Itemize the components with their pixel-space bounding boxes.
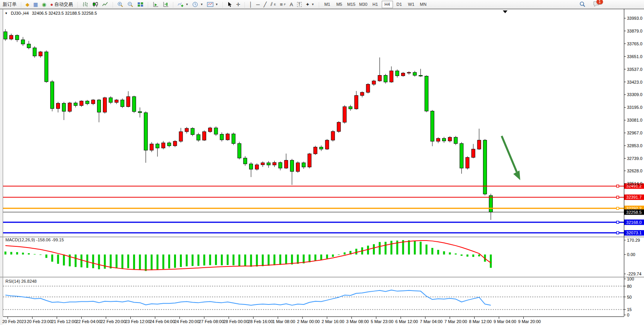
macd-histogram-bar <box>244 254 246 267</box>
timeframe-m30[interactable]: M30 <box>358 1 369 8</box>
clock-icon <box>192 2 198 7</box>
auto-scroll-icon <box>152 2 159 7</box>
autotrade-button[interactable]: ● 自动交易 <box>48 1 75 8</box>
macd-histogram-bar <box>309 254 311 262</box>
zoom-out-button[interactable] <box>125 1 135 8</box>
arrows-tool-button[interactable]: ✦▼ <box>304 1 316 8</box>
trendline-tool-button[interactable]: ╱ <box>262 1 269 8</box>
bar-chart-button[interactable] <box>80 1 90 8</box>
macd-histogram-bar <box>431 248 433 254</box>
macd-histogram-bar <box>326 254 328 258</box>
candle <box>273 163 276 165</box>
price-tick-label: 33537.0 <box>627 67 642 72</box>
crosshair-tool-button[interactable]: ✛ <box>234 1 242 8</box>
candle <box>471 149 475 157</box>
text-label-tool-button[interactable]: T <box>295 1 304 8</box>
timeframe-h1[interactable]: H1 <box>370 1 381 8</box>
add-indicator-button[interactable]: ▼ <box>176 1 191 8</box>
macd-histogram-bar <box>314 254 316 261</box>
chart-shift-button[interactable] <box>161 1 171 8</box>
timeframe-d1[interactable]: D1 <box>394 1 405 8</box>
candle <box>425 76 428 111</box>
chat-button[interactable]: 1 <box>593 1 600 8</box>
chart-ohlc-values: 32406.5 32423.5 32188.5 32258.5 <box>32 11 97 15</box>
macd-histogram-bar <box>297 254 299 264</box>
candle <box>255 165 259 169</box>
chart-canvas[interactable]: 32491.232391.732292.232258.532168.032073… <box>0 9 644 325</box>
macd-histogram-bar <box>110 254 112 268</box>
macd-name: MACD(12,26,9) <box>5 237 35 242</box>
template-icon <box>207 2 214 7</box>
macd-histogram-bar <box>116 254 118 268</box>
hline-handle[interactable] <box>617 196 619 198</box>
candlestick-chart-button[interactable] <box>90 1 100 8</box>
time-tick-label: 5 Mar 23:00 <box>371 319 394 324</box>
toolbar-grip <box>112 2 114 7</box>
text-label-icon: T <box>297 2 302 7</box>
line-chart-button[interactable] <box>100 1 110 8</box>
rsi-pane: 1008050150 <box>3 277 634 317</box>
chart-window[interactable]: 32491.232391.732292.232258.532168.032073… <box>0 9 644 325</box>
timeframe-w1[interactable]: W1 <box>406 1 417 8</box>
timeframe-m15[interactable]: M15 <box>346 1 357 8</box>
macd-histogram-bar <box>367 246 369 254</box>
time-tick-label: 2 Mar 16:00 <box>322 319 345 324</box>
timeframe-m5[interactable]: M5 <box>334 1 345 8</box>
macd-histogram-bar <box>414 241 416 254</box>
vertical-line-tool-button[interactable]: │ <box>247 1 254 8</box>
candle <box>232 134 235 144</box>
candle <box>138 112 142 113</box>
macd-histogram-bar <box>238 254 240 266</box>
search-button[interactable] <box>577 1 588 8</box>
candle <box>27 44 31 48</box>
candle <box>4 32 7 39</box>
timeframe-mn[interactable]: MN <box>418 1 429 8</box>
macd-histogram-bar <box>437 250 439 254</box>
market-watch-button[interactable]: ▦ <box>31 1 40 8</box>
cursor-tool-button[interactable] <box>225 1 234 8</box>
signals-button[interactable]: ◉ <box>40 1 48 8</box>
fibonacci-sub-label: F <box>284 3 286 6</box>
candle <box>144 113 147 150</box>
auto-scroll-button[interactable] <box>150 1 161 8</box>
candle <box>296 163 300 172</box>
hline-handle[interactable] <box>617 232 619 234</box>
templates-button[interactable]: ▼ <box>205 1 220 8</box>
candle <box>179 132 183 141</box>
candle <box>10 35 13 39</box>
macd-histogram-bar <box>332 254 334 257</box>
zoom-in-button[interactable] <box>115 1 125 8</box>
text-tool-button[interactable]: A <box>288 1 295 8</box>
time-tick-label: 9 Mar 20:00 <box>518 319 541 324</box>
candle <box>314 147 317 154</box>
candle <box>477 140 481 149</box>
macd-histogram-bar <box>221 254 223 265</box>
candle <box>278 163 282 168</box>
rsi-axis-label: 50 <box>627 295 632 299</box>
chart-shift-marker[interactable] <box>503 10 507 13</box>
tile-windows-button[interactable] <box>135 1 145 8</box>
hline-handle[interactable] <box>617 185 619 187</box>
new-order-button[interactable]: 新订单 <box>1 1 19 8</box>
timeframe-m1[interactable]: M1 <box>322 1 333 8</box>
macd-histogram-bar <box>373 244 375 254</box>
candle <box>68 103 72 112</box>
gold-button[interactable]: ◆ <box>24 1 31 8</box>
macd-histogram-bar <box>145 254 147 271</box>
fibonacci-tool-button[interactable]: ≡F <box>278 1 288 8</box>
channel-tool-button[interactable]: ⫽E <box>268 1 278 8</box>
candle <box>185 128 188 132</box>
timeframe-h4[interactable]: H4 <box>382 1 393 8</box>
macd-histogram-bar <box>490 254 492 268</box>
hline-handle[interactable] <box>617 221 619 224</box>
macd-histogram-bar <box>186 254 188 267</box>
chart-expander-icon[interactable]: ▼ <box>5 12 8 15</box>
vertical-line-icon: │ <box>249 2 252 7</box>
periods-button[interactable]: ▼ <box>190 1 205 8</box>
candle <box>243 158 247 164</box>
candle <box>343 107 346 122</box>
annotation-arrow[interactable] <box>502 136 517 172</box>
time-tick-label: 20 Feb 2023 <box>2 319 26 324</box>
hline-handle[interactable] <box>617 207 619 210</box>
horizontal-line-tool-button[interactable]: ─ <box>254 1 261 8</box>
